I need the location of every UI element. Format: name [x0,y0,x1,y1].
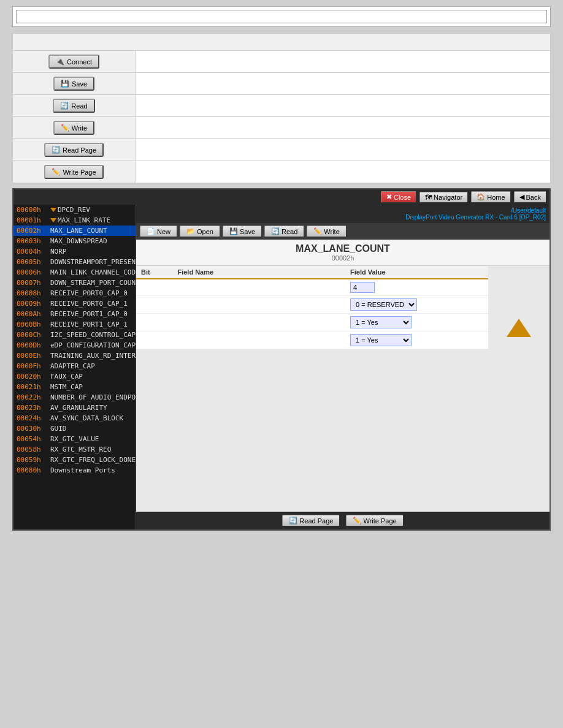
table-row: 7 ENHANCED_FRAME_CAP 0 = No 1 = Yes [136,332,488,349]
read-desc [136,95,551,117]
top-input-bar [12,6,551,27]
save-desc [136,73,551,95]
write-page-button[interactable]: ✏️ Write Page [44,165,103,179]
open-btn[interactable]: 📂 Open [180,226,220,237]
col-bit: Bit [136,266,172,279]
write-detail-btn[interactable]: ✏️ Write [307,226,346,237]
write-page-detail-btn[interactable]: ✏️ Write Page [346,515,403,526]
list-item[interactable]: 00003h MAX_DOWNSPREAD [13,236,136,246]
read-button[interactable]: 🔄 Read [53,99,94,113]
field-value-cell: 0 = No 1 = Yes [345,314,488,332]
list-item[interactable]: 00006h MAIN_LINK_CHANNEL_CODING [13,267,136,278]
register-list-panel: 00000h DPCD_REV 00001h MAX_LINK_RATE 000… [13,205,136,529]
navigator-button[interactable]: 🗺 Navigator [419,192,468,203]
list-item[interactable]: 00008h RECEIVE_PORT0_CAP_0 [13,288,136,298]
device-info: DisplayPort Video Generator RX - Card 6 … [140,214,546,221]
dpcd-window: ✖ Close 🗺 Navigator 🏠 Home ◀ Back 00000h… [12,188,551,531]
cmd-table-header [13,34,551,51]
open-icon: 📂 [186,227,195,235]
col-field-name: Field Name [172,266,345,279]
save-button[interactable]: 💾 Save [53,77,94,91]
write-page-cell: ✏️ Write Page [13,161,136,183]
list-item[interactable]: 00020h FAUX_CAP [13,371,136,382]
enhanced-frame-select[interactable]: 0 = No 1 = Yes [350,334,412,346]
bit-cell: 6 [136,314,172,332]
field-name-cell: TPS3_SUPPORTED [172,314,345,332]
connect-button[interactable]: 🔌 Connect [48,55,99,69]
dpcd-body: 00000h DPCD_REV 00001h MAX_LINK_RATE 000… [13,205,550,529]
list-item[interactable]: 00022h NUMBER_OF_AUDIO_ENDPOINTS [13,392,136,403]
bit-cell: 4-0 [136,279,172,296]
list-item[interactable]: 00059h RX_GTC_FREQ_LOCK_DONE [13,455,136,465]
bit-cell: 5 [136,296,172,314]
read-page-detail-btn[interactable]: 🔄 Read Page [282,515,340,526]
write-desc [136,117,551,139]
list-item[interactable]: 00054h RX_GTC_VALUE [13,434,136,444]
dpcd-titlebar: ✖ Close 🗺 Navigator 🏠 Home ◀ Back [13,189,550,205]
bit-cell: 7 [136,332,172,349]
list-item[interactable]: 0000Fh ADAPTER_CAP [13,361,136,371]
write-icon: ✏️ [61,124,69,132]
save-detail-btn[interactable]: 💾 Save [223,226,262,237]
col-field-value: Field Value [345,266,488,279]
read-page-button[interactable]: 🔄 Read Page [44,143,104,157]
save-cell: 💾 Save [13,73,136,95]
top-input-field[interactable] [16,10,547,23]
list-item[interactable]: 00021h MSTM_CAP [13,382,136,392]
register-addr: 00002h [140,254,546,262]
list-item[interactable]: 00058h RX_GTC_MSTR_REQ [13,444,136,455]
list-item[interactable]: 0000Ah RECEIVE_PORT1_CAP_0 [13,309,136,319]
read-detail-btn[interactable]: 🔄 Read [264,226,304,237]
tps3-select[interactable]: 0 = No 1 = Yes [350,316,412,328]
close-icon: ✖ [386,193,392,201]
read-cell: 🔄 Read [13,95,136,117]
list-item[interactable]: 00000h DPCD_REV [13,205,136,215]
home-icon: 🏠 [477,193,485,201]
table-row: 5 RESERVED 0 = RESERVED 1 = RESERVED [136,296,488,314]
max-lane-count-input[interactable] [350,282,375,293]
back-icon: ◀ [519,193,524,201]
detail-content: Bit Field Name Field Value 4-0 MAX_LANE_… [136,266,550,349]
read-page-detail-icon: 🔄 [289,517,297,525]
list-item[interactable]: 00023h AV_GRANULARITY [13,403,136,413]
list-item[interactable]: 00080h Downstream Ports [13,465,136,476]
command-table: 🔌 Connect 💾 Save 🔄 Read ✏️ Write [12,33,551,183]
navigator-icon: 🗺 [425,194,432,201]
list-item[interactable]: 00009h RECEIVE_PORT0_CAP_1 [13,298,136,309]
path-info: /User/default [140,207,546,214]
list-item[interactable]: 0000Ch I2C_SPEED_CONTROL_CAP [13,330,136,340]
write-detail-icon: ✏️ [313,227,322,235]
back-button[interactable]: ◀ Back [514,191,546,203]
read-page-desc [136,139,551,161]
list-item[interactable]: 0000Eh TRAINING_AUX_RD_INTERVAL [13,351,136,361]
write-page-icon: ✏️ [52,168,60,176]
write-page-detail-icon: ✏️ [353,517,361,525]
write-button[interactable]: ✏️ Write [53,121,94,135]
field-name-cell: ENHANCED_FRAME_CAP [172,332,345,349]
field-table-container: Bit Field Name Field Value 4-0 MAX_LANE_… [136,266,488,349]
list-item[interactable]: 00007h DOWN_STREAM_PORT_COUNT [13,278,136,288]
connect-cell: 🔌 Connect [13,51,136,73]
read-detail-icon: 🔄 [271,227,280,235]
table-row: 4-0 MAX_LANE_COUNT [136,279,488,296]
field-name-cell: MAX_LANE_COUNT [172,279,345,296]
list-item[interactable]: 00030h GUID [13,423,136,434]
connect-icon: 🔌 [56,58,64,66]
reserved-select[interactable]: 0 = RESERVED 1 = RESERVED [350,298,417,311]
home-button[interactable]: 🏠 Home [471,191,510,203]
arrow-down-icon [50,208,56,212]
arrow-down-icon [50,218,56,222]
list-item[interactable]: 00024h AV_SYNC_DATA_BLOCK [13,413,136,423]
list-item-selected[interactable]: 00002h MAX_LANE_COUNT [13,226,136,236]
field-value-cell [345,279,488,296]
list-item[interactable]: 00005h DOWNSTREAMPORT_PRESENT [13,257,136,267]
field-value-cell: 0 = RESERVED 1 = RESERVED [345,296,488,314]
list-item[interactable]: 0000Dh eDP_CONFIGURATION_CAP [13,340,136,351]
close-button[interactable]: ✖ Close [381,191,416,203]
write-cell: ✏️ Write [13,117,136,139]
new-btn[interactable]: 📄 New [140,226,177,237]
list-item[interactable]: 00001h MAX_LINK_RATE [13,215,136,226]
field-value-cell: 0 = No 1 = Yes [345,332,488,349]
list-item[interactable]: 00004h NORP [13,246,136,257]
list-item[interactable]: 0000Bh RECEIVE_PORT1_CAP_1 [13,319,136,330]
